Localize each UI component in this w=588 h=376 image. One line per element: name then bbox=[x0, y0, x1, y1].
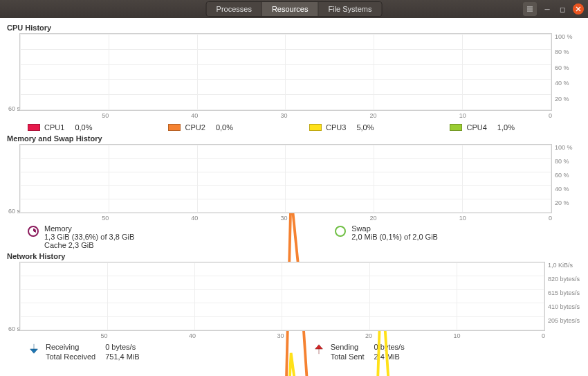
titlebar: Processes Resources File Systems ─ ◻ bbox=[0, 0, 588, 18]
memory-pie-icon bbox=[28, 226, 39, 237]
cpu-chart bbox=[19, 33, 552, 111]
cpu-section-title: CPU History bbox=[7, 24, 581, 32]
mem-yaxis: 100 %80 %60 %40 %20 % bbox=[552, 144, 581, 213]
minimize-button[interactable]: ─ bbox=[542, 4, 552, 14]
net-chart bbox=[19, 262, 545, 331]
view-tabs: Processes Resources File Systems bbox=[206, 1, 383, 17]
mem-chart bbox=[19, 144, 552, 213]
hamburger-menu-button[interactable] bbox=[523, 2, 537, 16]
maximize-button[interactable]: ◻ bbox=[558, 4, 567, 14]
tab-processes[interactable]: Processes bbox=[207, 2, 262, 16]
net-yaxis: 1,0 KiB/s820 bytes/s615 bytes/s410 bytes… bbox=[545, 262, 581, 331]
close-button[interactable] bbox=[573, 3, 584, 15]
cpu-yaxis: 100 %80 %60 %40 %20 % bbox=[552, 33, 581, 111]
tab-resources[interactable]: Resources bbox=[262, 2, 319, 16]
tab-filesystems[interactable]: File Systems bbox=[318, 2, 381, 16]
